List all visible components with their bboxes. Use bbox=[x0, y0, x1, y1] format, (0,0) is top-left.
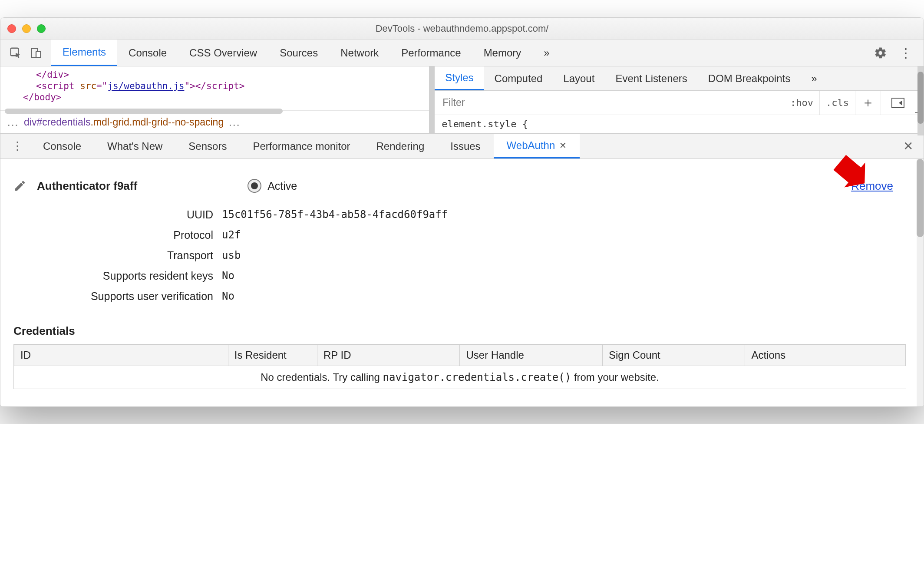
code-text: > bbox=[239, 81, 245, 91]
drawer-scrollbar-thumb[interactable] bbox=[917, 159, 924, 237]
prop-transport-label: Transport bbox=[13, 249, 222, 262]
drawer: ⋮ Console What's New Sensors Performance… bbox=[0, 133, 924, 406]
drawer-tab-perfmon[interactable]: Performance monitor bbox=[240, 134, 363, 158]
tab-elements[interactable]: Elements bbox=[51, 40, 117, 66]
code-text: =" bbox=[96, 81, 107, 91]
styles-tab-dom-breakpoints[interactable]: DOM Breakpoints bbox=[698, 66, 801, 90]
col-userhandle[interactable]: User Handle bbox=[460, 345, 602, 366]
styles-tab-styles[interactable]: Styles bbox=[435, 66, 484, 90]
tab-performance[interactable]: Performance bbox=[390, 40, 472, 66]
styles-tab-layout[interactable]: Layout bbox=[553, 66, 605, 90]
authenticator-properties: UUID 15c01f56-785f-43b4-ab58-4facd60f9af… bbox=[13, 208, 919, 303]
computed-sidebar-toggle-icon[interactable] bbox=[881, 91, 915, 115]
drawer-tab-whatsnew[interactable]: What's New bbox=[94, 134, 175, 158]
prop-uv-label: Supports user verification bbox=[13, 290, 222, 303]
styles-tab-computed[interactable]: Computed bbox=[484, 66, 553, 90]
code-text: < bbox=[36, 81, 42, 91]
styles-filter-input[interactable] bbox=[435, 91, 784, 115]
active-radio-label: Active bbox=[267, 180, 297, 192]
col-isresident[interactable]: Is Resident bbox=[228, 345, 317, 366]
tab-console[interactable]: Console bbox=[117, 40, 178, 66]
device-toolbar-icon[interactable] bbox=[30, 47, 42, 59]
code-text: </body> bbox=[23, 92, 62, 102]
close-tab-icon[interactable]: ✕ bbox=[559, 140, 567, 151]
drawer-tab-console[interactable]: Console bbox=[30, 134, 94, 158]
breadcrumb-id: #credentials bbox=[36, 116, 90, 128]
code-text: script bbox=[42, 81, 75, 91]
main-tabstrip: Elements Console CSS Overview Sources Ne… bbox=[0, 40, 924, 66]
drawer-tab-rendering[interactable]: Rendering bbox=[363, 134, 437, 158]
authenticator-title: Authenticator f9aff bbox=[37, 179, 137, 193]
elements-vertical-scrollbar[interactable] bbox=[429, 66, 434, 133]
col-rpid[interactable]: RP ID bbox=[317, 345, 460, 366]
credentials-empty-row: No credentials. Try calling navigator.cr… bbox=[14, 366, 906, 389]
annotation-arrow-icon bbox=[828, 154, 867, 195]
drawer-kebab-icon[interactable]: ⋮ bbox=[5, 139, 30, 153]
code-text: src bbox=[80, 81, 96, 91]
prop-rk-value: No bbox=[222, 270, 919, 282]
elements-pane[interactable]: </div> <script src="js/webauthn.js"></sc… bbox=[0, 66, 434, 133]
main-tabs-overflow[interactable]: » bbox=[532, 40, 561, 66]
breadcrumb-more-left[interactable]: … bbox=[7, 115, 20, 129]
styles-tab-event-listeners[interactable]: Event Listeners bbox=[605, 66, 697, 90]
code-text: </div> bbox=[36, 69, 69, 80]
tab-css-overview[interactable]: CSS Overview bbox=[178, 40, 268, 66]
edit-pencil-icon[interactable] bbox=[13, 179, 26, 192]
new-style-rule-icon[interactable]: ＋ bbox=[855, 91, 881, 115]
drawer-tab-issues[interactable]: Issues bbox=[437, 134, 493, 158]
col-id[interactable]: ID bbox=[14, 345, 228, 366]
prop-transport-value: usb bbox=[222, 249, 919, 262]
prop-uuid-value: 15c01f56-785f-43b4-ab58-4facd60f9aff bbox=[222, 208, 919, 221]
script-src-link[interactable]: js/webauthn.js bbox=[107, 81, 184, 91]
credentials-heading: Credentials bbox=[13, 324, 919, 338]
breadcrumb-classes: .mdl-grid.mdl-grid--no-spacing bbox=[90, 116, 224, 128]
svg-rect-2 bbox=[36, 51, 41, 57]
window-title: DevTools - webauthndemo.appspot.com/ bbox=[0, 23, 924, 34]
tab-sources[interactable]: Sources bbox=[268, 40, 329, 66]
styles-pane: Styles Computed Layout Event Listeners D… bbox=[434, 66, 924, 133]
authenticator-header: Authenticator f9aff Active Remove bbox=[13, 179, 919, 193]
col-actions[interactable]: Actions bbox=[745, 345, 906, 366]
col-signcount[interactable]: Sign Count bbox=[602, 345, 745, 366]
settings-gear-icon[interactable] bbox=[874, 46, 887, 59]
elements-styles-row: </div> <script src="js/webauthn.js"></sc… bbox=[0, 66, 924, 133]
tab-memory[interactable]: Memory bbox=[472, 40, 533, 66]
empty-text-pre: No credentials. Try calling bbox=[261, 371, 383, 383]
element-style-rule[interactable]: element.style { bbox=[442, 119, 528, 129]
styles-tabs-overflow[interactable]: » bbox=[801, 66, 827, 90]
cls-toggle[interactable]: .cls bbox=[819, 91, 855, 115]
elements-horizontal-scrollbar[interactable] bbox=[5, 109, 283, 114]
webauthn-panel: Authenticator f9aff Active Remove UUID 1… bbox=[0, 159, 924, 406]
breadcrumb-more-right[interactable]: … bbox=[228, 115, 241, 129]
tab-network[interactable]: Network bbox=[329, 40, 390, 66]
drawer-tab-sensors[interactable]: Sensors bbox=[175, 134, 240, 158]
devtools-window: DevTools - webauthndemo.appspot.com/ Ele… bbox=[0, 17, 924, 407]
prop-uuid-label: UUID bbox=[13, 208, 222, 221]
styles-scrollbar-thumb[interactable] bbox=[917, 72, 924, 124]
drawer-close-icon[interactable]: ✕ bbox=[897, 139, 919, 153]
window-titlebar: DevTools - webauthndemo.appspot.com/ bbox=[0, 18, 924, 40]
credentials-table: ID Is Resident RP ID User Handle Sign Co… bbox=[13, 344, 906, 389]
active-radio[interactable] bbox=[248, 179, 261, 193]
code-text: script bbox=[206, 81, 239, 91]
drawer-tab-webauthn[interactable]: WebAuthn ✕ bbox=[494, 134, 580, 158]
inspect-element-icon[interactable] bbox=[9, 46, 22, 59]
empty-text-code: navigator.credentials.create() bbox=[383, 371, 571, 383]
code-text: "></ bbox=[184, 81, 206, 91]
drawer-tabs: ⋮ Console What's New Sensors Performance… bbox=[0, 134, 924, 159]
drawer-tab-webauthn-label: WebAuthn bbox=[507, 139, 555, 152]
prop-protocol-label: Protocol bbox=[13, 229, 222, 241]
breadcrumb-tag: div bbox=[24, 116, 36, 128]
hov-toggle[interactable]: :hov bbox=[784, 91, 819, 115]
empty-text-post: from your website. bbox=[571, 371, 659, 383]
prop-uv-value: No bbox=[222, 290, 919, 303]
prop-protocol-value: u2f bbox=[222, 229, 919, 241]
prop-rk-label: Supports resident keys bbox=[13, 270, 222, 282]
kebab-menu-icon[interactable]: ⋮ bbox=[899, 45, 912, 60]
